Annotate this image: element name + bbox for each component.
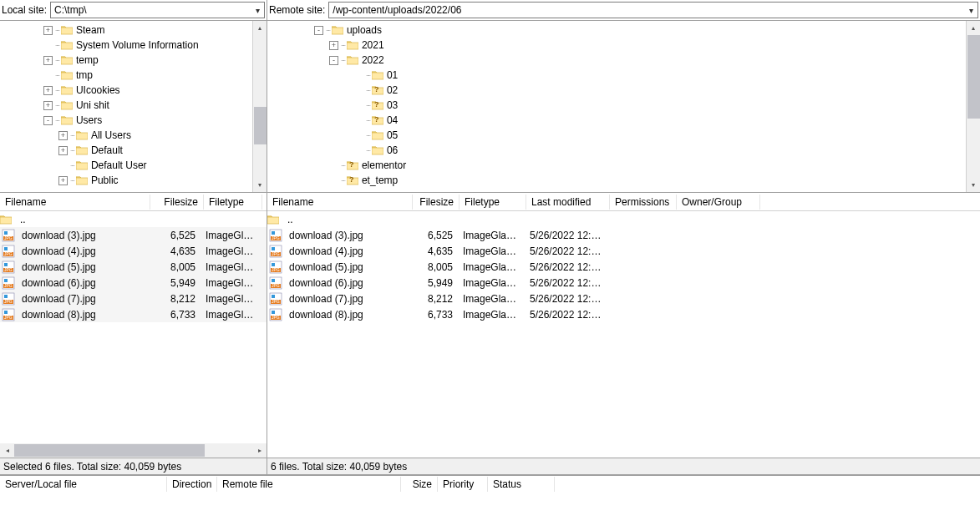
file-row[interactable]: download (5).jpg8,005ImageGlas...5/26/20… xyxy=(267,259,980,275)
col-filesize[interactable]: Filesize xyxy=(413,195,460,210)
file-row[interactable]: download (3).jpg6,525ImageGlas...5/26/20… xyxy=(267,227,980,243)
scroll-up-icon[interactable]: ▴ xyxy=(967,21,981,35)
remote-path-input[interactable] xyxy=(329,4,964,16)
tree-item[interactable]: ····04 xyxy=(267,113,980,128)
col-filetype[interactable]: Filetype xyxy=(460,195,526,210)
file-modified: 5/26/2022 12:0... xyxy=(525,230,608,241)
tree-item[interactable]: -····Users xyxy=(0,113,267,128)
local-path-input[interactable] xyxy=(51,4,251,16)
folder-icon xyxy=(76,130,88,140)
scroll-right-icon[interactable]: ▸ xyxy=(252,443,267,458)
scroll-up-icon[interactable]: ▴ xyxy=(253,21,267,35)
file-row[interactable]: download (6).jpg5,949ImageGlass xyxy=(0,275,267,291)
file-row[interactable]: download (5).jpg8,005ImageGlass xyxy=(0,259,267,275)
scroll-down-icon[interactable]: ▾ xyxy=(967,178,981,192)
tree-item[interactable]: +····2021 xyxy=(267,38,980,53)
tree-expander[interactable]: - xyxy=(329,56,338,65)
col-permissions[interactable]: Permissions xyxy=(610,195,677,210)
file-row[interactable]: download (6).jpg5,949ImageGlas...5/26/20… xyxy=(267,275,980,291)
jpg-icon xyxy=(269,260,282,274)
chevron-down-icon[interactable]: ▾ xyxy=(964,6,977,15)
tree-expander[interactable]: - xyxy=(314,26,323,35)
col-filename[interactable]: Filename xyxy=(0,195,150,210)
tree-label: 03 xyxy=(387,99,398,111)
tree-item[interactable]: ····03 xyxy=(267,98,980,113)
col-direction[interactable]: Direction xyxy=(167,477,217,492)
folder-icon xyxy=(372,145,383,155)
scrollbar-vertical[interactable]: ▴ ▾ xyxy=(252,21,267,192)
file-size: 6,733 xyxy=(150,309,201,321)
scrollbar-horizontal[interactable]: ◂ ▸ xyxy=(0,443,267,458)
remote-file-list[interactable]: ..download (3).jpg6,525ImageGlas...5/26/… xyxy=(267,211,980,322)
transfer-queue-body[interactable] xyxy=(0,493,980,526)
chevron-down-icon[interactable]: ▾ xyxy=(251,6,264,15)
col-filesize[interactable]: Filesize xyxy=(150,195,204,210)
tree-expander[interactable]: + xyxy=(43,56,53,65)
tree-expander[interactable]: - xyxy=(43,116,53,125)
remote-path-combo[interactable]: ▾ xyxy=(328,2,978,18)
col-modified[interactable]: Last modified xyxy=(526,195,610,210)
remote-status: 6 files. Total size: 40,059 bytes xyxy=(267,458,980,474)
scroll-left-icon[interactable]: ◂ xyxy=(0,443,14,458)
col-owner[interactable]: Owner/Group xyxy=(677,195,760,210)
file-row[interactable]: download (7).jpg8,212ImageGlas...5/26/20… xyxy=(267,291,980,306)
col-size[interactable]: Size xyxy=(401,477,438,492)
file-modified: 5/26/2022 12:0... xyxy=(525,309,608,321)
local-tree[interactable]: +····Steam····System Volume Information+… xyxy=(0,21,267,193)
tree-item[interactable]: ····elementor xyxy=(267,158,980,173)
file-row[interactable]: download (8).jpg6,733ImageGlass xyxy=(0,306,267,322)
local-file-list[interactable]: ..download (3).jpg6,525ImageGlassdownloa… xyxy=(0,211,267,322)
tree-item[interactable]: ····System Volume Information xyxy=(0,38,267,53)
jpg-icon xyxy=(269,308,282,321)
tree-item[interactable]: +····Public xyxy=(0,173,267,188)
col-filetype[interactable]: Filetype xyxy=(204,195,262,210)
scroll-down-icon[interactable]: ▾ xyxy=(253,178,267,192)
tree-label: Default xyxy=(91,144,123,156)
file-row[interactable]: download (4).jpg4,635ImageGlass xyxy=(0,243,267,259)
tree-expander[interactable]: + xyxy=(58,176,68,185)
tree-expander[interactable]: + xyxy=(329,41,338,50)
col-remote[interactable]: Remote file xyxy=(217,477,401,492)
tree-expander[interactable]: + xyxy=(58,131,68,140)
tree-item[interactable]: +····All Users xyxy=(0,128,267,143)
tree-item[interactable]: +····Uni shit xyxy=(0,98,267,113)
remote-list-header[interactable]: Filename Filesize Filetype Last modified… xyxy=(267,193,980,211)
tree-item[interactable]: -····2022 xyxy=(267,53,980,68)
local-path-combo[interactable]: ▾ xyxy=(50,2,265,18)
tree-item[interactable]: ····01 xyxy=(267,68,980,83)
tree-expander[interactable]: + xyxy=(58,146,68,155)
file-name: download (5).jpg xyxy=(17,261,150,273)
tree-item[interactable]: -····uploads xyxy=(267,23,980,38)
scrollbar-vertical[interactable]: ▴ ▾ xyxy=(966,21,980,192)
file-row[interactable]: download (7).jpg8,212ImageGlass xyxy=(0,291,267,306)
col-server[interactable]: Server/Local file xyxy=(0,477,167,492)
tree-expander[interactable]: + xyxy=(43,26,53,35)
col-status[interactable]: Status xyxy=(488,477,555,492)
file-size: 6,525 xyxy=(150,230,201,241)
tree-expander[interactable]: + xyxy=(43,101,53,110)
tree-item[interactable]: ····Default User xyxy=(0,158,267,173)
jpg-icon xyxy=(2,292,15,306)
col-priority[interactable]: Priority xyxy=(438,477,488,492)
parent-dir[interactable]: .. xyxy=(267,211,980,227)
tree-item[interactable]: +····UIcookies xyxy=(0,83,267,98)
tree-item[interactable]: +····Steam xyxy=(0,23,267,38)
local-list-header[interactable]: Filename Filesize Filetype xyxy=(0,193,267,211)
tree-label: Steam xyxy=(76,24,105,36)
transfer-queue-header[interactable]: Server/Local file Direction Remote file … xyxy=(0,474,980,493)
tree-item[interactable]: +····temp xyxy=(0,53,267,68)
col-filename[interactable]: Filename xyxy=(267,195,413,210)
tree-item[interactable]: ····02 xyxy=(267,83,980,98)
tree-item[interactable]: +····Default xyxy=(0,143,267,158)
parent-dir[interactable]: .. xyxy=(0,211,267,227)
remote-tree[interactable]: -····uploads+····2021-····2022····01····… xyxy=(267,21,980,193)
tree-item[interactable]: ····05 xyxy=(267,128,980,143)
file-row[interactable]: download (3).jpg6,525ImageGlass xyxy=(0,227,267,243)
tree-label: Users xyxy=(76,114,102,126)
tree-expander[interactable]: + xyxy=(43,86,53,95)
tree-item[interactable]: ····et_temp xyxy=(267,173,980,188)
tree-item[interactable]: ····06 xyxy=(267,143,980,158)
file-row[interactable]: download (4).jpg4,635ImageGlas...5/26/20… xyxy=(267,243,980,259)
file-row[interactable]: download (8).jpg6,733ImageGlas...5/26/20… xyxy=(267,306,980,322)
tree-item[interactable]: ····tmp xyxy=(0,68,267,83)
